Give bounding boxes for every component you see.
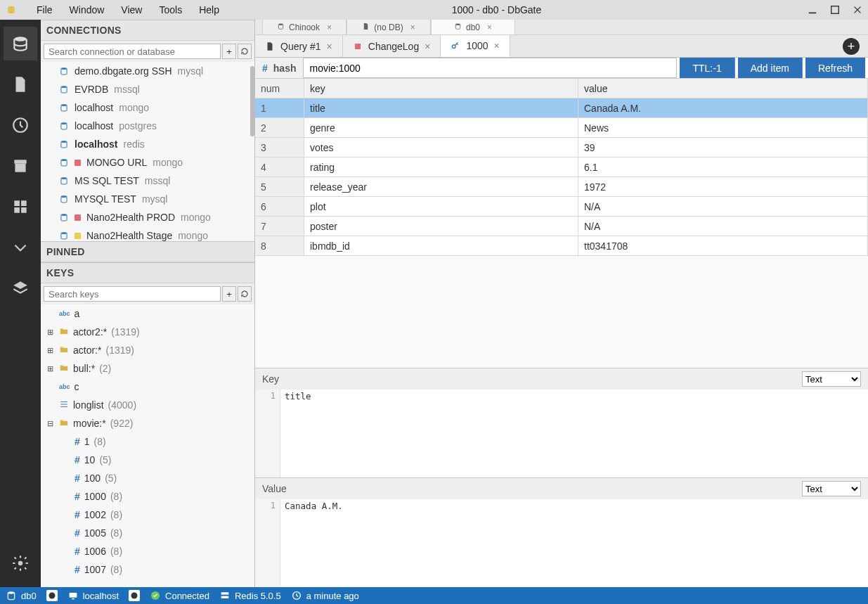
maximize-button[interactable] <box>830 5 840 15</box>
cell-value[interactable]: 1972 <box>578 177 868 196</box>
connections-header[interactable]: CONNECTIONS <box>41 20 254 41</box>
db-tab[interactable]: (no DB)× <box>346 20 431 34</box>
activity-settings[interactable] <box>4 546 37 580</box>
activity-archive[interactable] <box>4 149 37 183</box>
key-mode-select[interactable]: Text <box>802 371 861 387</box>
activity-layers[interactable] <box>4 271 37 305</box>
cell-value[interactable]: News <box>578 118 868 137</box>
cell-key[interactable]: release_year <box>304 177 578 196</box>
expand-icon[interactable]: ⊞ <box>45 364 55 373</box>
connections-search-input[interactable] <box>44 44 221 59</box>
tree-row[interactable]: abca <box>41 304 254 323</box>
grid-row[interactable]: 5 release_year 1972 <box>255 177 868 197</box>
connection-item[interactable]: EVRDB mssql <box>41 80 254 98</box>
cell-value[interactable]: 39 <box>578 138 868 157</box>
expand-icon[interactable]: ⊞ <box>45 328 55 337</box>
tree-row[interactable]: abcc <box>41 378 254 396</box>
file-tab[interactable]: ChangeLog× <box>343 35 441 57</box>
tree-row[interactable]: ⊟movie:*(922) <box>41 414 254 432</box>
key-editor-body[interactable]: title <box>280 390 868 477</box>
cell-key[interactable]: votes <box>304 138 578 157</box>
col-num[interactable]: num <box>255 79 304 98</box>
menu-tools[interactable]: Tools <box>159 4 182 15</box>
activity-database[interactable] <box>4 27 37 60</box>
refresh-connections-button[interactable] <box>238 44 252 59</box>
tree-row[interactable]: #1000(8) <box>41 487 254 506</box>
tree-row[interactable]: longlist(4000) <box>41 396 254 414</box>
close-icon[interactable]: × <box>494 40 500 51</box>
grid-row[interactable]: 8 ibmdb_id tt0341708 <box>255 236 868 256</box>
value-mode-select[interactable]: Text <box>802 481 861 496</box>
palette-icon[interactable] <box>46 590 58 601</box>
connection-item[interactable]: Nano2Health Stage mongo <box>41 226 254 241</box>
add-key-button[interactable]: + <box>222 286 236 302</box>
tree-row[interactable]: ⊞actor:*(1319) <box>41 341 254 359</box>
grid-row[interactable]: 3 votes 39 <box>255 138 868 158</box>
connection-item[interactable]: MONGO URL mongo <box>41 153 254 172</box>
tree-row[interactable]: #1005(8) <box>41 524 254 542</box>
tree-row[interactable]: #10(5) <box>41 451 254 469</box>
expand-icon[interactable]: ⊞ <box>45 346 55 355</box>
close-icon[interactable]: × <box>327 41 332 52</box>
keys-tree[interactable]: abca⊞actor2:*(1319)⊞actor:*(1319)⊞bull:*… <box>41 304 254 587</box>
cell-value[interactable]: Canada A.M. <box>578 98 868 117</box>
grid-row[interactable]: 4 rating 6.1 <box>255 158 868 177</box>
add-item-button[interactable]: Add item <box>738 58 803 78</box>
grid-row[interactable]: 7 poster N/A <box>255 217 868 236</box>
grid-row[interactable]: 2 genre News <box>255 118 868 138</box>
activity-file[interactable] <box>4 68 37 101</box>
tree-row[interactable]: #1002(8) <box>41 506 254 524</box>
connection-item[interactable]: MYSQL TEST mysql <box>41 190 254 208</box>
cell-key[interactable]: rating <box>304 158 578 176</box>
status-host[interactable]: localhost <box>67 590 119 601</box>
grid-row[interactable]: 1 title Canada A.M. <box>255 98 868 118</box>
activity-plugins[interactable] <box>4 190 37 224</box>
hash-key-input[interactable] <box>303 58 677 78</box>
close-icon[interactable]: × <box>487 23 492 32</box>
cell-key[interactable]: genre <box>304 118 578 137</box>
cell-key[interactable]: ibmdb_id <box>304 236 578 255</box>
refresh-keys-button[interactable] <box>238 286 252 302</box>
tree-row[interactable]: #100(5) <box>41 469 254 487</box>
key-editor[interactable]: 1 title <box>255 390 868 477</box>
close-icon[interactable]: × <box>425 41 430 52</box>
keys-search-input[interactable] <box>44 286 221 302</box>
connection-item[interactable]: Nano2Health PROD mongo <box>41 208 254 226</box>
minimize-button[interactable] <box>808 5 817 15</box>
value-editor-body[interactable]: Canada A.M. <box>280 499 868 587</box>
tree-row[interactable]: ⊞actor2:*(1319) <box>41 323 254 341</box>
grid-row[interactable]: 6 plot N/A <box>255 197 868 217</box>
tree-row[interactable]: ⊞bull:*(2) <box>41 359 254 378</box>
refresh-button[interactable]: Refresh <box>805 58 865 78</box>
close-icon[interactable]: × <box>410 23 415 32</box>
tree-row[interactable]: #1(8) <box>41 432 254 451</box>
tree-row[interactable]: #1006(8) <box>41 542 254 560</box>
close-button[interactable] <box>853 5 862 15</box>
menu-window[interactable]: Window <box>70 4 105 15</box>
connections-list[interactable]: demo.dbgate.org SSH mysql EVRDB mssql lo… <box>41 62 254 241</box>
expand-icon[interactable]: ⊟ <box>45 419 55 428</box>
cell-value[interactable]: 6.1 <box>578 158 868 176</box>
scrollbar-thumb[interactable] <box>250 66 254 136</box>
col-value[interactable]: value <box>578 79 868 98</box>
pinned-header[interactable]: PINNED <box>41 241 254 262</box>
connection-item[interactable]: MS SQL TEST mssql <box>41 172 254 190</box>
connection-item[interactable]: demo.dbgate.org SSH mysql <box>41 62 254 80</box>
file-tab[interactable]: 1000× <box>441 35 510 57</box>
tree-row[interactable]: #1007(8) <box>41 560 254 579</box>
db-tab[interactable]: Chinook× <box>262 20 346 34</box>
ttl-button[interactable]: TTL:-1 <box>680 58 734 78</box>
file-tab[interactable]: Query #1× <box>255 35 343 57</box>
col-key[interactable]: key <box>304 79 578 98</box>
cell-value[interactable]: tt0341708 <box>578 236 868 255</box>
connection-item[interactable]: localhost mongo <box>41 98 254 117</box>
add-tab-button[interactable]: + <box>843 38 860 55</box>
status-db[interactable]: db0 <box>6 590 37 601</box>
cell-value[interactable]: N/A <box>578 217 868 236</box>
activity-history[interactable] <box>4 108 37 142</box>
keys-header[interactable]: KEYS <box>41 262 254 283</box>
connection-item[interactable]: localhost redis <box>41 135 254 153</box>
activity-chevron-down[interactable] <box>4 231 37 264</box>
palette-icon-2[interactable] <box>129 590 140 601</box>
cell-key[interactable]: plot <box>304 197 578 216</box>
